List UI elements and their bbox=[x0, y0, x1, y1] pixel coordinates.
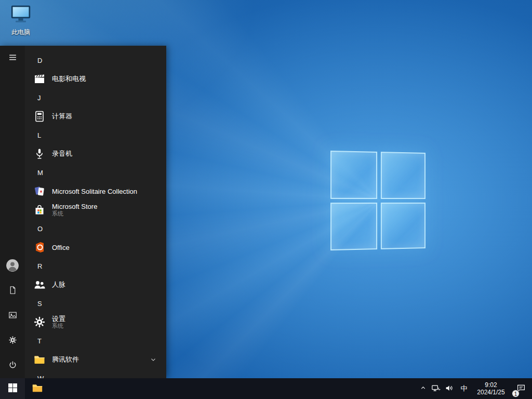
folder-icon bbox=[32, 352, 47, 367]
settings-icon bbox=[32, 315, 47, 329]
people-icon bbox=[32, 277, 47, 292]
windows-logo bbox=[330, 151, 425, 250]
volume-button[interactable] bbox=[443, 378, 456, 399]
section-letter: L bbox=[37, 131, 41, 139]
start-section-header-w[interactable]: W bbox=[25, 369, 166, 378]
windows-logo-pane bbox=[330, 203, 377, 251]
start-app-calculator[interactable]: 计算器 bbox=[25, 107, 166, 126]
desktop-icon-this-pc[interactable]: 此电脑 bbox=[4, 4, 37, 37]
settings-button[interactable] bbox=[0, 328, 25, 353]
volume-icon bbox=[445, 383, 454, 394]
windows-logo-pane bbox=[381, 152, 425, 198]
chevron-up-icon bbox=[420, 384, 427, 393]
chevron-down-icon[interactable] bbox=[150, 356, 157, 363]
start-app-settings[interactable]: 设置 系统 bbox=[25, 313, 166, 331]
start-section-header-m[interactable]: M bbox=[25, 163, 166, 182]
documents-icon bbox=[8, 286, 17, 296]
app-label: 设置 bbox=[52, 315, 65, 323]
windows-logo-pane bbox=[330, 151, 377, 199]
section-letter: R bbox=[37, 262, 42, 270]
start-app-microsoft-store[interactable]: Microsoft Store 系统 bbox=[25, 201, 166, 219]
start-section-header-t[interactable]: T bbox=[25, 331, 166, 350]
settings-icon bbox=[8, 336, 17, 346]
pictures-icon bbox=[8, 311, 17, 321]
app-sublabel: 系统 bbox=[52, 323, 65, 329]
start-folder-tencent[interactable]: 腾讯软件 bbox=[25, 350, 166, 369]
start-section-header-r[interactable]: R bbox=[25, 257, 166, 275]
section-letter: T bbox=[37, 337, 42, 345]
start-app-office[interactable]: Office bbox=[25, 238, 166, 257]
windows-logo-pane bbox=[381, 202, 425, 249]
start-menu-rail bbox=[0, 46, 25, 378]
office-icon bbox=[32, 240, 47, 255]
section-letter: W bbox=[37, 375, 44, 379]
app-label: Microsoft Store bbox=[52, 203, 97, 211]
rail-spacer bbox=[0, 71, 25, 254]
hidden-icons-button[interactable] bbox=[417, 378, 429, 399]
start-button[interactable] bbox=[0, 378, 25, 399]
start-app-list: D 电影和电视 J 计算器 L 录音机 M bbox=[25, 46, 166, 378]
start-app-solitaire[interactable]: Microsoft Solitaire Collection bbox=[25, 182, 166, 201]
ime-indicator[interactable]: 中 bbox=[456, 378, 472, 399]
app-label: 电影和电视 bbox=[52, 74, 86, 84]
calculator-icon bbox=[32, 109, 47, 124]
start-icon bbox=[8, 383, 17, 394]
menu-icon bbox=[8, 53, 17, 63]
pictures-button[interactable] bbox=[0, 303, 25, 328]
movies-tv-icon bbox=[32, 72, 47, 86]
this-pc-icon bbox=[9, 4, 32, 27]
expand-menu-button[interactable] bbox=[0, 46, 25, 71]
app-label: 录音机 bbox=[52, 149, 72, 158]
store-icon bbox=[32, 203, 47, 217]
app-label: 人脉 bbox=[52, 280, 65, 289]
action-center-button[interactable]: 1 bbox=[510, 378, 532, 399]
start-menu: D 电影和电视 J 计算器 L 录音机 M bbox=[0, 46, 166, 378]
start-app-people[interactable]: 人脉 bbox=[25, 275, 166, 294]
user-avatar-icon bbox=[6, 259, 19, 274]
desktop-icon-label: 此电脑 bbox=[11, 28, 30, 37]
app-text: Microsoft Store 系统 bbox=[52, 203, 97, 218]
taskbar: 中 9:02 2024/1/25 1 bbox=[0, 378, 532, 399]
start-section-header-d[interactable]: D bbox=[25, 51, 166, 70]
section-letter: O bbox=[37, 225, 43, 233]
network-button[interactable] bbox=[429, 378, 443, 399]
clock-date: 2024/1/25 bbox=[477, 389, 504, 396]
app-label: Microsoft Solitaire Collection bbox=[52, 188, 137, 195]
desktop-screen: 此电脑 D bbox=[0, 0, 532, 399]
start-section-header-s[interactable]: S bbox=[25, 294, 166, 313]
file-explorer-button[interactable] bbox=[25, 378, 50, 399]
power-icon bbox=[8, 361, 17, 371]
system-tray: 中 9:02 2024/1/25 1 bbox=[417, 378, 532, 399]
app-label: 计算器 bbox=[52, 112, 72, 121]
app-label: 腾讯软件 bbox=[52, 355, 79, 364]
section-letter: J bbox=[37, 94, 41, 102]
power-button[interactable] bbox=[0, 353, 25, 378]
solitaire-icon bbox=[32, 184, 47, 198]
notification-badge: 1 bbox=[512, 390, 520, 397]
clock-time: 9:02 bbox=[485, 381, 497, 389]
start-section-header-l[interactable]: L bbox=[25, 126, 166, 144]
network-icon bbox=[431, 383, 441, 394]
start-app-voice-recorder[interactable]: 录音机 bbox=[25, 144, 166, 163]
start-app-movies-tv[interactable]: 电影和电视 bbox=[25, 70, 166, 88]
user-account-button[interactable] bbox=[0, 254, 25, 278]
start-section-header-j[interactable]: J bbox=[25, 88, 166, 107]
file-explorer-icon bbox=[32, 382, 43, 395]
clock[interactable]: 9:02 2024/1/25 bbox=[472, 378, 510, 399]
documents-button[interactable] bbox=[0, 278, 25, 303]
app-label: Office bbox=[52, 244, 70, 251]
section-letter: M bbox=[37, 169, 43, 177]
start-section-header-o[interactable]: O bbox=[25, 219, 166, 238]
app-sublabel: 系统 bbox=[52, 210, 97, 217]
voice-recorder-icon bbox=[32, 147, 47, 161]
section-letter: S bbox=[37, 300, 42, 308]
section-letter: D bbox=[37, 57, 42, 64]
app-text: 设置 系统 bbox=[52, 315, 65, 330]
